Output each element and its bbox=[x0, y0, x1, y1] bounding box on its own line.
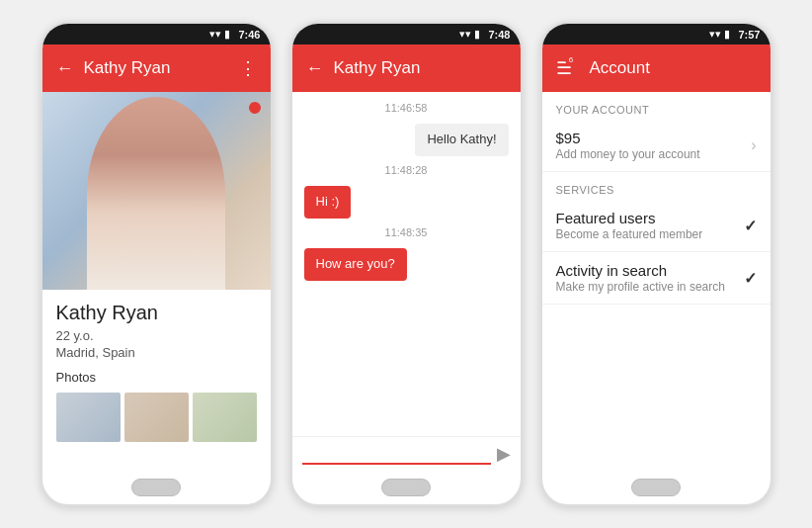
featured-users-label: Featured users bbox=[556, 210, 703, 226]
menu-button[interactable]: ☰ 6 bbox=[556, 57, 572, 79]
profile-location: Madrid, Spain bbox=[56, 345, 257, 360]
chat-time-3: 11:48:35 bbox=[304, 226, 509, 238]
back-button-2[interactable]: ← bbox=[306, 58, 324, 79]
online-indicator bbox=[249, 102, 261, 114]
app-bar-3: ☰ 6 Account bbox=[542, 44, 771, 92]
services-header: SERVICES bbox=[542, 172, 771, 200]
chevron-icon: › bbox=[751, 136, 756, 154]
balance-sub: Add money to your account bbox=[556, 147, 700, 161]
status-icons-3: ▾▾ ▮ bbox=[709, 28, 730, 41]
featured-users-sub: Become a featured member bbox=[556, 227, 703, 241]
chat-bubble-sent-2: How are you? bbox=[304, 248, 407, 281]
status-icons-1: ▾▾ ▮ bbox=[209, 28, 230, 41]
home-button-area-2 bbox=[292, 471, 521, 504]
photo-thumb-2[interactable] bbox=[124, 393, 189, 442]
chat-input-area: ▶ bbox=[292, 436, 521, 471]
featured-users-row[interactable]: Featured users Become a featured member … bbox=[542, 200, 771, 252]
balance-left: $95 Add money to your account bbox=[556, 130, 700, 161]
account-content: YOUR ACCOUNT $95 Add money to your accou… bbox=[542, 92, 771, 471]
chat-input[interactable] bbox=[302, 444, 491, 465]
activity-search-label: Activity in search bbox=[556, 262, 725, 279]
back-button-1[interactable]: ← bbox=[56, 58, 74, 79]
app-bar-2: ← Kathy Ryan bbox=[292, 44, 521, 92]
home-button-1[interactable] bbox=[131, 479, 181, 496]
wifi-icon-2: ▾▾ bbox=[459, 28, 471, 41]
chat-time-1: 11:46:58 bbox=[304, 102, 509, 114]
chat-area: 11:46:58 Hello Kathy! 11:48:28 Hi :) 11:… bbox=[292, 92, 521, 436]
battery-icon-2: ▮ bbox=[474, 28, 480, 41]
app-bar-title-1: Kathy Ryan bbox=[84, 58, 229, 78]
home-button-area-1 bbox=[42, 471, 271, 504]
phone-account: ▾▾ ▮ 7:57 ☰ 6 Account YOUR ACCOUNT $95 A… bbox=[540, 22, 772, 506]
battery-icon: ▮ bbox=[224, 28, 230, 41]
activity-search-sub: Make my profile active in search bbox=[556, 280, 725, 294]
home-button-area-3 bbox=[542, 471, 771, 504]
notification-badge: 6 bbox=[565, 53, 578, 66]
status-time-2: 7:48 bbox=[488, 29, 510, 41]
activity-search-left: Activity in search Make my profile activ… bbox=[556, 262, 725, 294]
profile-info: Kathy Ryan 22 y.o. Madrid, Spain Photos bbox=[42, 290, 271, 471]
balance-amount: $95 bbox=[556, 130, 700, 146]
profile-image bbox=[42, 92, 271, 290]
profile-name: Kathy Ryan bbox=[56, 302, 257, 324]
your-account-header: YOUR ACCOUNT bbox=[542, 92, 771, 120]
check-icon-2: ✓ bbox=[744, 269, 757, 288]
more-button-1[interactable]: ⋮ bbox=[239, 57, 257, 79]
photos-label: Photos bbox=[56, 370, 257, 385]
status-bar-3: ▾▾ ▮ 7:57 bbox=[542, 24, 771, 44]
status-bar-2: ▾▾ ▮ 7:48 bbox=[292, 24, 521, 44]
status-bar-1: ▾▾ ▮ 7:46 bbox=[42, 24, 271, 44]
phone-profile: ▾▾ ▮ 7:46 ← Kathy Ryan ⋮ Kathy Ryan 22 y… bbox=[41, 22, 273, 506]
home-button-2[interactable] bbox=[381, 479, 431, 496]
photos-strip bbox=[56, 393, 257, 442]
profile-age: 22 y.o. bbox=[56, 328, 257, 343]
photo-thumb-1[interactable] bbox=[56, 393, 121, 442]
activity-search-row[interactable]: Activity in search Make my profile activ… bbox=[542, 252, 771, 305]
wifi-icon: ▾▾ bbox=[209, 28, 221, 41]
check-icon-1: ✓ bbox=[744, 217, 757, 235]
chat-time-2: 11:48:28 bbox=[304, 164, 509, 176]
phones-container: ▾▾ ▮ 7:46 ← Kathy Ryan ⋮ Kathy Ryan 22 y… bbox=[21, 2, 792, 526]
photo-thumb-3[interactable] bbox=[193, 393, 257, 442]
home-button-3[interactable] bbox=[631, 479, 681, 496]
chat-bubble-sent-1: Hi :) bbox=[304, 186, 352, 219]
app-bar-title-2: Kathy Ryan bbox=[334, 58, 507, 78]
wifi-icon-3: ▾▾ bbox=[709, 28, 721, 41]
status-time-1: 7:46 bbox=[238, 29, 260, 41]
battery-icon-3: ▮ bbox=[724, 28, 730, 41]
body-shape bbox=[87, 97, 225, 290]
balance-row[interactable]: $95 Add money to your account › bbox=[542, 120, 771, 172]
chat-bubble-received: Hello Kathy! bbox=[415, 124, 508, 156]
app-bar-1: ← Kathy Ryan ⋮ bbox=[42, 44, 271, 92]
phone-chat: ▾▾ ▮ 7:48 ← Kathy Ryan 11:46:58 Hello Ka… bbox=[290, 22, 523, 506]
send-icon[interactable]: ▶ bbox=[497, 443, 511, 465]
status-time-3: 7:57 bbox=[738, 29, 760, 41]
status-icons-2: ▾▾ ▮ bbox=[459, 28, 480, 41]
featured-users-left: Featured users Become a featured member bbox=[556, 210, 703, 241]
app-bar-title-3: Account bbox=[590, 58, 757, 78]
